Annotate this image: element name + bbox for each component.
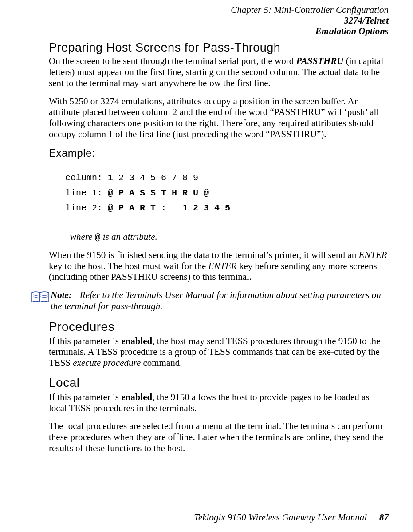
heading-procedures: Procedures (49, 320, 389, 334)
heading-local: Local (49, 376, 389, 390)
header-section: 3274/Telnet (24, 15, 389, 26)
header-chapter: Chapter 5: Mini-Controller Configuration (24, 4, 389, 15)
para-enter-key: When the 9150 is finished sending the da… (49, 250, 389, 282)
para-attributes: With 5250 or 3274 emulations, attributes… (49, 96, 389, 140)
example-box: column: 1 2 3 4 5 6 7 8 9 line 1: @ P A … (57, 164, 264, 224)
header-subsection: Emulation Options (24, 26, 389, 36)
page: Chapter 5: Mini-Controller Configuration… (0, 0, 413, 532)
page-number: 87 (379, 512, 389, 523)
footer-title: Teklogix 9150 Wireless Gateway User Manu… (194, 512, 367, 523)
para-procedures: If this parameter is enabled, the host m… (49, 336, 389, 369)
example-where: where @ is an attribute. (70, 231, 389, 242)
content: Preparing Host Screens for Pass-Through … (49, 41, 389, 453)
heading-preparing: Preparing Host Screens for Pass-Through (49, 41, 389, 55)
para-local-1: If this parameter is enabled, the 9150 a… (49, 392, 389, 414)
example-row-line1: line 1: @ P A S S T H R U @ (65, 186, 256, 201)
running-header: Chapter 5: Mini-Controller Configuration… (24, 4, 389, 36)
example-row-line2: line 2: @ P A R T : 1 2 3 4 5 (65, 201, 256, 216)
footer: Teklogix 9150 Wireless Gateway User Manu… (194, 512, 389, 523)
example-label: Example: (49, 147, 389, 159)
book-icon (31, 290, 50, 304)
note-block: Note:Refer to the Terminals User Manual … (31, 290, 389, 312)
example-row-column: column: 1 2 3 4 5 6 7 8 9 (65, 171, 256, 186)
para-local-2: The local procedures are selected from a… (49, 421, 389, 453)
note-text: Note:Refer to the Terminals User Manual … (51, 290, 389, 312)
para-passthru-intro: On the screen to be sent through the ter… (49, 56, 389, 88)
